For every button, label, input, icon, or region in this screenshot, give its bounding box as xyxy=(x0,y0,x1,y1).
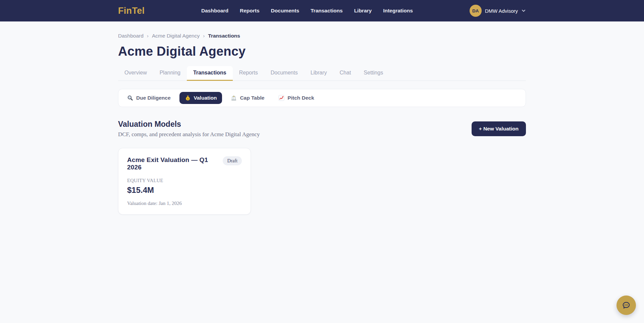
tab-settings[interactable]: Settings xyxy=(357,66,389,81)
section-title: Valuation Models xyxy=(118,120,260,129)
search-icon xyxy=(127,95,133,101)
user-name: DMW Advisory xyxy=(485,8,518,14)
breadcrumb-company[interactable]: Acme Digital Agency xyxy=(152,33,200,39)
money-bag-icon: $ xyxy=(185,95,191,101)
nav-item-integrations[interactable]: Integrations xyxy=(383,8,413,14)
nav-item-dashboard[interactable]: Dashboard xyxy=(201,8,228,14)
page-title: Acme Digital Agency xyxy=(118,44,526,59)
tab-planning[interactable]: Planning xyxy=(153,66,187,81)
app-logo[interactable]: FinTel xyxy=(118,6,145,16)
metric-value: $15.4M xyxy=(127,185,242,195)
valuation-card[interactable]: Acme Exit Valuation — Q1 2026 Draft EQUI… xyxy=(118,148,251,215)
nav-item-documents[interactable]: Documents xyxy=(271,8,299,14)
tab-overview[interactable]: Overview xyxy=(118,66,153,81)
tab-transactions[interactable]: Transactions xyxy=(187,66,233,81)
tab-documents[interactable]: Documents xyxy=(264,66,304,81)
avatar: DA xyxy=(470,5,482,17)
breadcrumb-dashboard[interactable]: Dashboard xyxy=(118,33,144,39)
nav-item-transactions[interactable]: Transactions xyxy=(311,8,343,14)
top-navigation-bar: FinTel Dashboard Reports Documents Trans… xyxy=(0,0,644,21)
subtab-pitch-deck[interactable]: Pitch Deck xyxy=(273,92,319,104)
valuation-card-title: Acme Exit Valuation — Q1 2026 xyxy=(127,156,219,171)
metric-label: EQUITY VALUE xyxy=(127,178,242,183)
new-valuation-button[interactable]: + New Valuation xyxy=(472,121,526,136)
valuation-section-header: Valuation Models DCF, comps, and precede… xyxy=(118,120,526,138)
valuation-date: Valuation date: Jan 1, 2026 xyxy=(127,201,242,206)
nav-item-reports[interactable]: Reports xyxy=(240,8,260,14)
section-subtitle: DCF, comps, and precedent analysis for A… xyxy=(118,131,260,138)
subtab-label: Due Diligence xyxy=(136,95,171,101)
transactions-subtab-bar: Due Diligence $ Valuation xyxy=(118,89,526,107)
breadcrumb-current: Transactions xyxy=(208,33,240,39)
subtab-due-diligence[interactable]: Due Diligence xyxy=(122,92,176,104)
tab-chat[interactable]: Chat xyxy=(333,66,358,81)
subtab-label: Valuation xyxy=(194,95,217,101)
breadcrumb: Dashboard › Acme Digital Agency › Transa… xyxy=(118,33,526,39)
subtab-cap-table[interactable]: Cap Table xyxy=(225,92,270,104)
main-nav: Dashboard Reports Documents Transactions… xyxy=(201,8,413,14)
status-badge: Draft xyxy=(223,156,242,165)
chevron-down-icon xyxy=(521,8,526,13)
breadcrumb-separator: › xyxy=(203,33,205,39)
tab-reports[interactable]: Reports xyxy=(233,66,264,81)
chat-fab-button[interactable] xyxy=(616,295,636,315)
subtab-label: Cap Table xyxy=(240,95,264,101)
user-menu[interactable]: DA DMW Advisory xyxy=(470,5,526,17)
breadcrumb-separator: › xyxy=(147,33,149,39)
subtab-label: Pitch Deck xyxy=(287,95,314,101)
chart-icon xyxy=(278,95,284,101)
company-tabs: Overview Planning Transactions Reports D… xyxy=(118,66,526,81)
tab-library[interactable]: Library xyxy=(304,66,333,81)
svg-text:$: $ xyxy=(187,97,189,100)
chat-bubble-icon xyxy=(622,301,631,310)
subtab-valuation[interactable]: $ Valuation xyxy=(179,92,222,104)
nav-item-library[interactable]: Library xyxy=(354,8,372,14)
bank-icon xyxy=(231,95,237,101)
